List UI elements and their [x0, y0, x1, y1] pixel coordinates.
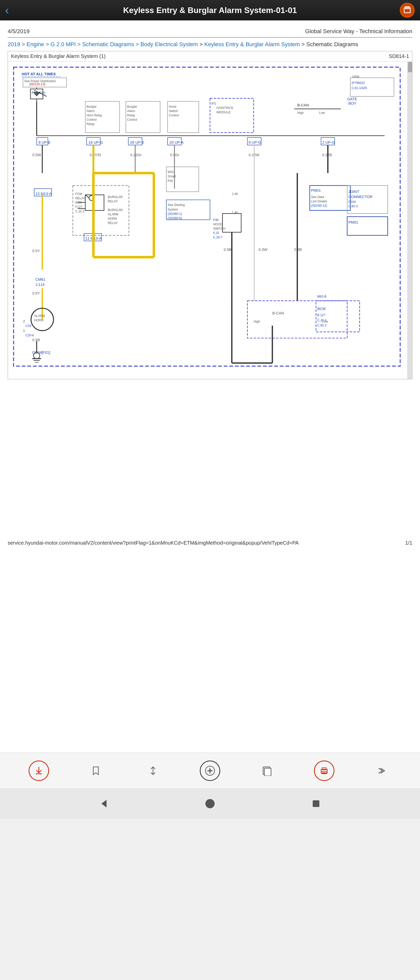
svg-text:F127: F127 — [75, 205, 83, 209]
svg-text:Alarm: Alarm — [127, 109, 135, 113]
svg-text:Relay: Relay — [127, 114, 135, 117]
svg-text:(SD200-12): (SD200-12) — [311, 204, 327, 207]
svg-text:13 M13-A: 13 M13-A — [35, 192, 52, 196]
svg-text:1.40: 1.40 — [232, 211, 238, 215]
doc-date-line: 4/5/2019 Global Service Way - Technical … — [8, 25, 412, 38]
svg-point-180 — [205, 799, 215, 808]
svg-text:High: High — [297, 111, 304, 115]
svg-text:System: System — [168, 208, 178, 211]
svg-text:(SD360-1): (SD360-1) — [168, 212, 182, 216]
svg-text:BCM: BCM — [317, 307, 326, 311]
svg-text:Switch: Switch — [169, 109, 178, 113]
svg-rect-148 — [247, 301, 347, 338]
svg-text:(P790022: (P790022 — [351, 81, 365, 85]
svg-text:2 UP-G: 2 UP-G — [322, 140, 335, 145]
svg-text:PM01: PM01 — [311, 188, 321, 192]
print-button[interactable] — [314, 760, 334, 781]
header-icon[interactable] — [399, 3, 415, 18]
svg-text:ALARM: ALARM — [34, 314, 45, 318]
svg-text:0.3Y/D: 0.3Y/D — [89, 153, 101, 157]
svg-line-96 — [85, 195, 89, 198]
svg-text:Control: Control — [169, 114, 179, 117]
schematic-id: SD814-1 — [389, 53, 409, 59]
svg-text:ALARM: ALARM — [108, 213, 118, 216]
svg-point-0 — [400, 3, 414, 18]
svg-text:0.3B: 0.3B — [294, 248, 302, 251]
scrollbar-thumb[interactable] — [408, 62, 412, 72]
svg-text:•VONTRICE: •VONTRICE — [216, 106, 233, 110]
sort-button[interactable] — [143, 760, 163, 781]
bookmark-button[interactable] — [86, 760, 106, 781]
android-nav-bar — [0, 788, 420, 819]
svg-text:Smart: Smart — [168, 175, 176, 178]
fullscreen-button[interactable] — [200, 760, 220, 781]
svg-text:C29: C29 — [26, 324, 32, 328]
app-header: ‹ Keyless Entry & Burglar Alarm System-0… — [0, 0, 420, 21]
svg-text:Alarm: Alarm — [86, 109, 95, 113]
svg-text:SWITCH: SWITCH — [213, 227, 225, 231]
svg-text:B 127: B 127 — [317, 313, 326, 317]
nav-home-button[interactable] — [204, 797, 216, 810]
svg-marker-179 — [101, 800, 107, 808]
more-button[interactable] — [371, 760, 391, 781]
svg-text:GATE: GATE — [347, 97, 357, 101]
blank-area — [0, 384, 420, 538]
schematic-title: Keyless Entry & Burglar Alarm System (1) — [11, 53, 105, 59]
schematic-body: HOT AT ALL TIMES See Power Distribution … — [8, 62, 412, 379]
svg-text:Relay: Relay — [86, 122, 95, 126]
svg-text:B-CAN: B-CAN — [297, 103, 309, 107]
svg-text:0.5Y: 0.5Y — [32, 249, 40, 253]
back-button[interactable]: ‹ — [5, 5, 9, 16]
header-title: Keyless Entry & Burglar Alarm System-01-… — [123, 6, 297, 15]
svg-text:0.22B: 0.22B — [322, 153, 332, 157]
layers-button[interactable] — [257, 760, 277, 781]
svg-text:GPM: GPM — [352, 75, 359, 79]
svg-text:(SD110-13): (SD110-13) — [29, 83, 45, 86]
svg-text:C,82-3: C,82-3 — [348, 204, 358, 208]
svg-text:0.5B: 0.5B — [224, 248, 232, 251]
svg-text:1: 1 — [23, 328, 25, 332]
svg-text:P104: P104 — [348, 200, 356, 204]
svg-text:Hood: Hood — [169, 105, 176, 108]
svg-text:B-CAN: B-CAN — [272, 311, 284, 315]
svg-rect-3 — [14, 67, 400, 366]
svg-text:BURGLAR: BURGLAR — [108, 208, 123, 212]
svg-text:RELAY: RELAY — [75, 197, 85, 200]
svg-text:RELAY: RELAY — [108, 221, 118, 225]
svg-text:Control: Control — [127, 118, 137, 121]
svg-text:M62-B: M62-B — [317, 295, 326, 298]
doc-date: 4/5/2019 — [8, 28, 30, 35]
blank-area2 — [0, 549, 420, 752]
svg-text:CM61: CM61 — [35, 277, 45, 282]
svg-text:J,114: J,114 — [35, 283, 45, 286]
svg-text:[F01]: [F01] — [42, 350, 50, 355]
svg-text:Horn Relay: Horn Relay — [86, 114, 102, 117]
svg-text:16 UP-G: 16 UP-G — [88, 140, 103, 145]
svg-text:C,20-7: C,20-7 — [213, 235, 222, 239]
svg-text:HORN: HORN — [108, 217, 117, 221]
breadcrumb: 2019 > Engine > G 2.0 MPI > Schematic Di… — [8, 40, 412, 48]
document-page: 4/5/2019 Global Service Way - Technical … — [0, 21, 420, 384]
svg-rect-173 — [264, 768, 271, 776]
svg-text:0.5B: 0.5B — [32, 338, 40, 342]
nav-back-button[interactable] — [97, 797, 110, 810]
svg-rect-29 — [210, 98, 254, 132]
svg-text:FCM: FCM — [75, 192, 82, 196]
svg-text:C,J0-2: C,J0-2 — [317, 318, 326, 322]
svg-text:Burglar: Burglar — [127, 105, 137, 108]
svg-text:CONNECTOR: CONNECTOR — [348, 195, 372, 199]
schematic-scrollbar[interactable] — [407, 62, 412, 379]
doc-source: Global Service Way - Technical Informati… — [305, 28, 412, 35]
svg-text:6 UP-G: 6 UP-G — [249, 140, 261, 145]
svg-text:8 UP-E: 8 UP-E — [38, 140, 51, 145]
svg-text:2: 2 — [23, 319, 25, 323]
download-button[interactable] — [29, 760, 49, 781]
svg-text:0.5W: 0.5W — [32, 153, 41, 157]
svg-text:C20-6: C20-6 — [26, 334, 34, 337]
svg-text:JOINT: JOINT — [348, 189, 359, 194]
svg-text:RELAY: RELAY — [108, 200, 118, 203]
nav-recents-button[interactable] — [310, 797, 323, 810]
svg-text:Control: Control — [86, 118, 97, 121]
svg-text:IFS: IFS — [211, 102, 216, 105]
footer-page: 1/1 — [405, 540, 412, 546]
